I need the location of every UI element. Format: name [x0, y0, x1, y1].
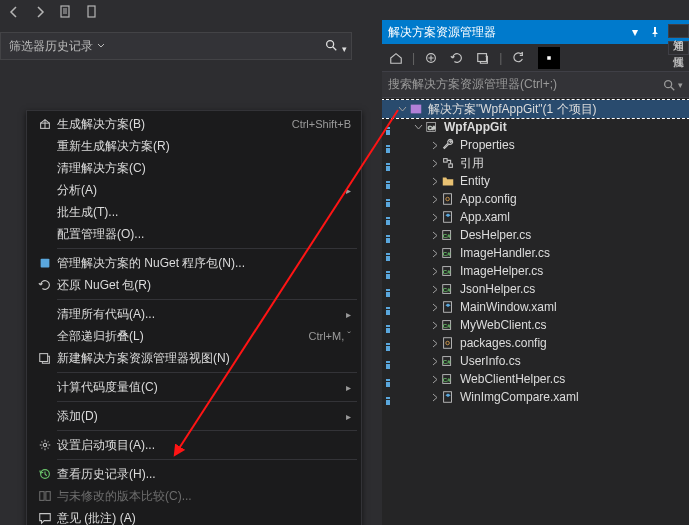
expander-icon[interactable] — [428, 393, 440, 402]
back-icon[interactable] — [6, 4, 22, 20]
expander-icon[interactable] — [428, 141, 440, 150]
expander-icon[interactable] — [412, 123, 424, 132]
tree-file-node[interactable]: C#WebClientHelper.cs — [382, 370, 689, 388]
expander-icon[interactable] — [428, 285, 440, 294]
menu-item[interactable]: 分析(A)▸ — [27, 179, 361, 201]
expander-icon[interactable] — [428, 159, 440, 168]
node-label: DesHelper.cs — [460, 228, 531, 242]
svg-text:C#: C# — [443, 232, 451, 239]
tree-file-node[interactable]: C#ImageHandler.cs — [382, 244, 689, 262]
svg-rect-69 — [386, 397, 390, 399]
tree-file-node[interactable]: C#MyWebClient.cs — [382, 316, 689, 334]
tree-project-node[interactable]: C#WpfAppGit — [382, 118, 689, 136]
tree-file-node[interactable]: C#ImageHelper.cs — [382, 262, 689, 280]
tree-file-node[interactable]: packages.config — [382, 334, 689, 352]
menu-item[interactable]: 清理所有代码(A)...▸ — [27, 303, 361, 325]
ref-icon — [440, 155, 456, 171]
search-icon[interactable]: ▾ — [324, 38, 347, 55]
svg-rect-57 — [386, 343, 390, 345]
cs-icon: C# — [440, 281, 456, 297]
refresh-icon[interactable] — [447, 48, 467, 68]
tree-file-node[interactable]: MainWindow.xaml — [382, 298, 689, 316]
svg-rect-26 — [386, 184, 390, 189]
submenu-indicator-icon: ▸ — [346, 382, 351, 393]
menu-item[interactable]: 新建解决方案资源管理器视图(N) — [27, 347, 361, 369]
solution-tree[interactable]: 解决方案"WpfAppGit"(1 个项目)C#WpfAppGitPropert… — [382, 98, 689, 525]
tree-file-node[interactable]: Properties — [382, 136, 689, 154]
sync-icon[interactable] — [473, 48, 493, 68]
menu-label: 计算代码度量值(C) — [57, 379, 342, 396]
expander-icon[interactable] — [428, 231, 440, 240]
menu-item[interactable]: 清理解决方案(C) — [27, 157, 361, 179]
menu-item[interactable]: 设置启动项目(A)... — [27, 434, 361, 456]
tree-file-node[interactable]: C#DesHelper.cs — [382, 226, 689, 244]
filter-dropdown[interactable]: 筛选器历史记录 — [5, 38, 109, 55]
menu-item[interactable]: 配置管理器(O)... — [27, 223, 361, 245]
node-label: Entity — [460, 174, 490, 188]
node-label: 引用 — [460, 155, 484, 172]
panel-menu-icon[interactable]: ▾ — [627, 24, 643, 40]
doc-icon[interactable] — [58, 4, 74, 20]
expander-icon[interactable] — [396, 105, 408, 114]
comment-icon — [33, 511, 57, 525]
tree-file-node[interactable]: Entity — [382, 172, 689, 190]
tree-solution-node[interactable]: 解决方案"WpfAppGit"(1 个项目) — [382, 100, 689, 118]
svg-point-2 — [326, 40, 333, 47]
svg-rect-27 — [386, 199, 390, 201]
side-tab-properties[interactable]: 属性 — [668, 41, 689, 55]
panel-titlebar[interactable]: 解决方案资源管理器 ▾ — [382, 20, 689, 44]
menu-item[interactable]: 意见 (批注) (A) — [27, 507, 361, 525]
expander-icon[interactable] — [428, 339, 440, 348]
svg-rect-51 — [386, 310, 390, 315]
tree-file-node[interactable]: C#JsonHelper.cs — [382, 280, 689, 298]
node-label: UserInfo.cs — [460, 354, 521, 368]
forward-icon[interactable] — [32, 4, 48, 20]
node-label: ImageHelper.cs — [460, 264, 543, 278]
svg-rect-29 — [444, 194, 452, 205]
menu-item[interactable]: 重新生成解决方案(R) — [27, 135, 361, 157]
svg-text:C#: C# — [443, 250, 451, 257]
solution-icon — [408, 101, 424, 117]
expander-icon[interactable] — [428, 357, 440, 366]
expander-icon[interactable] — [428, 321, 440, 330]
xaml-icon — [440, 389, 456, 405]
menu-item[interactable]: 还原 NuGet 包(R) — [27, 274, 361, 296]
home-icon[interactable] — [386, 48, 406, 68]
menu-item[interactable]: 查看历史记录(H)... — [27, 463, 361, 485]
side-tab-notify[interactable]: 通知 — [668, 24, 689, 38]
properties-icon[interactable] — [508, 48, 528, 68]
svg-rect-35 — [386, 238, 390, 243]
bookmark-icon[interactable] — [84, 4, 100, 20]
tree-file-node[interactable]: C#UserInfo.cs — [382, 352, 689, 370]
expander-icon[interactable] — [428, 213, 440, 222]
menu-item[interactable]: 批生成(T)... — [27, 201, 361, 223]
pin-icon[interactable] — [647, 24, 663, 40]
panel-search[interactable]: 搜索解决方案资源管理器(Ctrl+;) ▾ — [382, 72, 689, 98]
expander-icon[interactable] — [428, 195, 440, 204]
menu-item[interactable]: 全部递归折叠(L)Ctrl+M, ˇ — [27, 325, 361, 347]
tree-file-node[interactable]: App.xaml — [382, 208, 689, 226]
tree-file-node[interactable]: 引用 — [382, 154, 689, 172]
menu-item[interactable]: 管理解决方案的 NuGet 程序包(N)... — [27, 252, 361, 274]
filter-history-bar[interactable]: 筛选器历史记录 ▾ — [0, 32, 352, 60]
menu-item[interactable]: 生成解决方案(B)Ctrl+Shift+B — [27, 113, 361, 135]
show-all-files-icon[interactable] — [538, 47, 560, 69]
panel-title-text: 解决方案资源管理器 — [388, 24, 623, 41]
svg-point-6 — [43, 443, 47, 447]
expander-icon[interactable] — [428, 249, 440, 258]
expander-icon[interactable] — [428, 267, 440, 276]
csproj-icon: C# — [424, 119, 440, 135]
svg-text:C#: C# — [443, 376, 451, 383]
tree-file-node[interactable]: WinImgCompare.xaml — [382, 388, 689, 406]
menu-label: 意见 (批注) (A) — [57, 510, 351, 526]
menu-item[interactable]: 添加(D)▸ — [27, 405, 361, 427]
tree-file-node[interactable]: App.config — [382, 190, 689, 208]
svg-rect-47 — [386, 292, 390, 297]
menu-item[interactable]: 计算代码度量值(C)▸ — [27, 376, 361, 398]
menu-label: 清理所有代码(A)... — [57, 306, 342, 323]
expander-icon[interactable] — [428, 303, 440, 312]
node-label: WpfAppGit — [444, 120, 507, 134]
expander-icon[interactable] — [428, 375, 440, 384]
expander-icon[interactable] — [428, 177, 440, 186]
collapse-tree-icon[interactable] — [421, 48, 441, 68]
